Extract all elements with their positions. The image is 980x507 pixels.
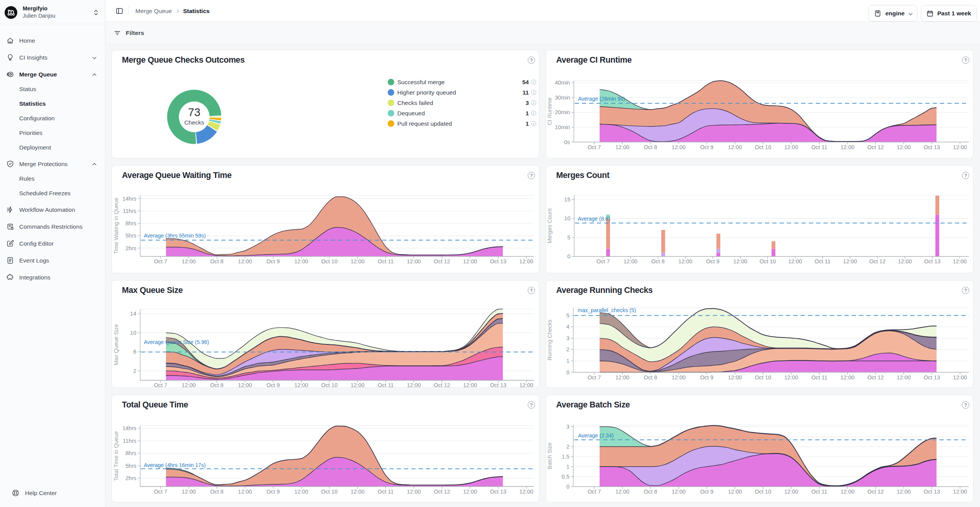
svg-text:12:00: 12:00	[728, 489, 742, 495]
svg-text:40min: 40min	[555, 80, 570, 86]
svg-text:Average (26min 9s): Average (26min 9s)	[578, 96, 625, 102]
svg-text:Oct 10: Oct 10	[755, 489, 772, 495]
svg-text:Oct 11: Oct 11	[811, 144, 827, 150]
svg-text:Oct 12: Oct 12	[434, 489, 450, 495]
svg-text:Oct 9: Oct 9	[267, 489, 280, 495]
svg-text:Total Time in Queue: Total Time in Queue	[113, 431, 119, 481]
svg-text:12:00: 12:00	[294, 258, 308, 264]
svg-text:12:00: 12:00	[728, 374, 742, 381]
svg-text:Oct 12: Oct 12	[867, 144, 884, 150]
svg-text:12:00: 12:00	[407, 382, 421, 388]
svg-text:Average Queue Size (5.96): Average Queue Size (5.96)	[144, 339, 209, 345]
svg-text:12:00: 12:00	[953, 374, 967, 381]
svg-text:12:00: 12:00	[897, 144, 911, 150]
svg-text:12:00: 12:00	[350, 258, 364, 264]
svg-text:12:00: 12:00	[840, 489, 854, 495]
svg-text:Oct 13: Oct 13	[490, 382, 507, 388]
svg-text:Max Queue Size: Max Queue Size	[113, 324, 119, 365]
svg-text:6: 6	[133, 349, 136, 355]
svg-text:12:00: 12:00	[463, 382, 477, 388]
svg-text:12:00: 12:00	[784, 489, 798, 495]
svg-text:5hrs: 5hrs	[125, 233, 136, 239]
svg-text:12:00: 12:00	[623, 258, 637, 264]
svg-text:Oct 10: Oct 10	[760, 258, 776, 264]
svg-text:Oct 7: Oct 7	[588, 489, 601, 495]
svg-text:14hrs: 14hrs	[122, 196, 136, 202]
svg-text:10: 10	[130, 330, 136, 336]
svg-text:2: 2	[133, 368, 136, 374]
svg-text:Oct 13: Oct 13	[490, 489, 507, 495]
svg-text:Oct 8: Oct 8	[210, 489, 223, 495]
svg-text:12:00: 12:00	[897, 374, 911, 381]
svg-text:12:00: 12:00	[407, 489, 421, 495]
svg-text:Oct 11: Oct 11	[378, 489, 394, 495]
svg-text:Average (4hrs 16min 17s): Average (4hrs 16min 17s)	[144, 462, 206, 468]
svg-text:Oct 13: Oct 13	[923, 489, 940, 495]
svg-text:Oct 8: Oct 8	[210, 382, 223, 388]
svg-text:Oct 8: Oct 8	[210, 258, 223, 264]
svg-text:12:00: 12:00	[840, 144, 854, 150]
svg-text:Oct 7: Oct 7	[588, 144, 601, 150]
svg-text:11hrs: 11hrs	[123, 438, 136, 444]
svg-text:12:00: 12:00	[350, 382, 364, 388]
svg-text:Oct 7: Oct 7	[154, 258, 167, 264]
svg-text:Oct 7: Oct 7	[588, 374, 601, 381]
svg-text:12:00: 12:00	[463, 258, 477, 264]
svg-text:12:00: 12:00	[407, 258, 421, 264]
svg-text:Time Waiting in Queue: Time Waiting in Queue	[113, 198, 119, 254]
svg-text:12:00: 12:00	[615, 144, 629, 150]
svg-text:0.5: 0.5	[562, 474, 569, 480]
svg-text:Oct 11: Oct 11	[811, 374, 827, 381]
svg-text:12:00: 12:00	[784, 144, 798, 150]
svg-text:12:00: 12:00	[898, 258, 912, 264]
svg-text:Average (8.8): Average (8.8)	[578, 216, 610, 222]
svg-text:Oct 7: Oct 7	[597, 258, 610, 264]
svg-text:30min: 30min	[555, 95, 570, 101]
svg-text:14: 14	[130, 311, 136, 317]
svg-text:0: 0	[566, 369, 569, 376]
svg-text:12:00: 12:00	[672, 374, 685, 381]
svg-text:0: 0	[566, 484, 569, 490]
svg-text:12:00: 12:00	[728, 144, 742, 150]
svg-text:Merges Count: Merges Count	[547, 208, 553, 243]
svg-text:Oct 10: Oct 10	[321, 382, 338, 388]
svg-text:Oct 7: Oct 7	[154, 489, 167, 495]
svg-text:12:00: 12:00	[519, 382, 533, 388]
svg-text:Checks: Checks	[184, 119, 204, 126]
svg-text:4: 4	[566, 324, 569, 330]
svg-text:Oct 11: Oct 11	[378, 382, 394, 388]
svg-text:12:00: 12:00	[615, 489, 629, 495]
svg-text:12:00: 12:00	[840, 374, 854, 381]
svg-text:2: 2	[566, 346, 569, 352]
svg-text:1: 1	[566, 358, 569, 364]
svg-text:12:00: 12:00	[238, 258, 252, 264]
svg-text:Oct 9: Oct 9	[700, 144, 713, 150]
svg-text:max_parallel_checks (5): max_parallel_checks (5)	[578, 307, 636, 313]
svg-text:Oct 9: Oct 9	[700, 489, 713, 495]
svg-text:12:00: 12:00	[733, 258, 747, 264]
svg-text:Oct 9: Oct 9	[267, 258, 280, 264]
svg-text:12:00: 12:00	[519, 489, 533, 495]
svg-text:5: 5	[566, 313, 569, 319]
svg-text:12:00: 12:00	[463, 489, 477, 495]
svg-text:Oct 8: Oct 8	[651, 258, 665, 264]
svg-text:Oct 12: Oct 12	[867, 374, 884, 381]
svg-text:12:00: 12:00	[182, 382, 196, 388]
svg-text:8hrs: 8hrs	[125, 450, 136, 456]
svg-text:Oct 8: Oct 8	[644, 144, 657, 150]
svg-text:10: 10	[564, 215, 570, 221]
svg-text:Oct 9: Oct 9	[267, 382, 280, 388]
svg-text:Oct 11: Oct 11	[815, 258, 831, 264]
svg-text:12:00: 12:00	[672, 489, 685, 495]
svg-text:Oct 13: Oct 13	[924, 258, 941, 264]
svg-text:Oct 12: Oct 12	[867, 489, 884, 495]
svg-text:Oct 10: Oct 10	[755, 374, 772, 381]
svg-text:12:00: 12:00	[294, 489, 308, 495]
svg-text:Oct 13: Oct 13	[923, 144, 940, 150]
svg-text:Oct 12: Oct 12	[869, 258, 886, 264]
svg-text:Oct 8: Oct 8	[644, 489, 657, 495]
svg-text:12:00: 12:00	[615, 374, 629, 381]
svg-text:12:00: 12:00	[672, 144, 685, 150]
svg-text:Average (2.34): Average (2.34)	[578, 432, 613, 439]
svg-text:Oct 9: Oct 9	[706, 258, 720, 264]
